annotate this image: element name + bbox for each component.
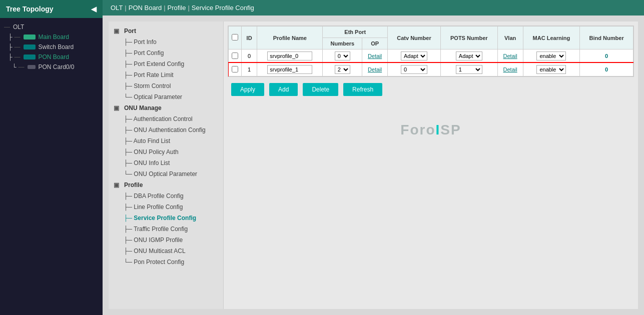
row1-catv-select[interactable]: Adapt012 <box>401 65 427 74</box>
watermark-pipe: I <box>436 122 441 138</box>
pon-card-icon <box>28 65 36 69</box>
col-header-mac-learning: MAC Learning <box>523 26 580 50</box>
main-board-label: Main Board <box>39 34 69 40</box>
nav-service-profile-config[interactable]: ├─ Service Profile Config <box>109 212 223 224</box>
section-onu-expand: ▣ <box>114 104 119 112</box>
row1-select-cell <box>229 63 242 76</box>
section-profile[interactable]: ▣ Profile <box>109 180 223 190</box>
row1-eth-op-cell: Detail <box>362 63 388 76</box>
nav-onu-multicast-acl[interactable]: ├─ ONU Multicast ACL <box>109 246 223 256</box>
apply-button[interactable]: Apply <box>231 83 264 96</box>
nav-traffic-prefix: ├─ <box>124 226 134 232</box>
row0-profile-name-input[interactable] <box>267 52 312 60</box>
nav-port-config[interactable]: ├─ Port Config <box>109 48 223 58</box>
pon-board-label: PON Board <box>39 54 69 60</box>
row0-eth-numbers-select[interactable]: 01234 <box>335 52 350 60</box>
sidebar-item-switch-board[interactable]: ├ — Switch Board <box>0 42 103 52</box>
nav-storm-prefix: ├─ <box>124 82 134 90</box>
section-port-label: Port <box>124 28 136 34</box>
row0-eth-detail-btn[interactable]: Detail <box>368 53 382 59</box>
service-profile-table: ID Profile Name Eth Port Catv Number POT… <box>228 26 633 76</box>
row0-checkbox[interactable] <box>232 52 238 59</box>
nav-pon-protect-config[interactable]: └─ Pon Protect Config <box>109 256 223 268</box>
breadcrumb-pon-board: PON Board <box>129 4 162 12</box>
nav-dba-profile-config[interactable]: ├─ DBA Profile Config <box>109 190 223 202</box>
row0-catv-select[interactable]: Adapt012 <box>401 52 427 60</box>
row0-mac-cell: enabledisable <box>523 50 580 63</box>
nav-auto-find-list[interactable]: ├─ Auto Find List <box>109 136 223 146</box>
row1-mac-cell: enabledisable <box>523 63 580 76</box>
table-row: 0 01234 Detail <box>229 50 633 63</box>
row1-vlan-detail-btn[interactable]: Detail <box>503 66 517 72</box>
nav-onu-optical-param[interactable]: └─ ONU Optical Parameter <box>109 168 223 180</box>
nav-port-config-prefix: ├─ <box>124 50 134 56</box>
sidebar-item-main-board[interactable]: ├ — Main Board <box>0 32 103 42</box>
nav-pon-protect-prefix: └─ <box>124 258 134 266</box>
row1-eth-numbers-cell: 01234 <box>323 63 362 76</box>
tree-dot: — <box>19 64 25 70</box>
nav-onu-policy-prefix: ├─ <box>124 148 134 156</box>
tree-dot: — <box>15 54 21 60</box>
row1-id: 1 <box>242 63 257 76</box>
watermark: ForoISP <box>228 102 634 148</box>
nav-line-profile-config[interactable]: ├─ Line Profile Config <box>109 202 223 212</box>
section-onu-label: ONU Manage <box>124 104 162 112</box>
watermark-foro: Foro <box>400 122 435 138</box>
row0-pots-select[interactable]: Adapt012 <box>456 52 482 60</box>
left-nav-panel: ▣ Port ├─ Port Info ├─ Port Config ├─ Po… <box>109 22 224 309</box>
row1-checkbox[interactable] <box>232 66 238 72</box>
nav-port-rate-limit[interactable]: ├─ Port Rate Limit <box>109 70 223 80</box>
nav-onu-policy-auth[interactable]: ├─ ONU Policy Auth <box>109 146 223 158</box>
col-header-select <box>229 26 242 50</box>
sidebar-item-pon-card[interactable]: └ — PON Card0/0 <box>0 62 103 72</box>
breadcrumb: OLT | PON Board | Profile | Service Prof… <box>103 0 644 16</box>
switch-board-device-icon <box>24 44 36 50</box>
indent: ├ <box>8 44 13 50</box>
sidebar-header[interactable]: Tree Topology ◀ <box>0 0 103 18</box>
row1-profile-name-input[interactable] <box>267 65 312 74</box>
col-header-eth-numbers: Numbers <box>323 38 362 50</box>
nav-optical-parameter[interactable]: └─ Optical Parameter <box>109 92 223 102</box>
row0-vlan-detail-btn[interactable]: Detail <box>503 53 517 59</box>
row0-mac-select[interactable]: enabledisable <box>536 52 566 60</box>
nav-onu-info-list[interactable]: ├─ ONU Info List <box>109 158 223 168</box>
row0-pots-cell: Adapt012 <box>440 50 497 63</box>
nav-traffic-profile-config[interactable]: ├─ Traffic Profile Config <box>109 224 223 234</box>
row1-eth-detail-btn[interactable]: Detail <box>368 66 382 72</box>
nav-port-extend-config[interactable]: ├─ Port Extend Config <box>109 58 223 70</box>
sidebar-item-olt[interactable]: — OLT <box>0 22 103 32</box>
indent: ├ <box>8 34 13 40</box>
select-all-checkbox[interactable] <box>232 34 238 40</box>
delete-button[interactable]: Delete <box>303 83 338 96</box>
sidebar: Tree Topology ◀ — OLT ├ — Main Board ├ —… <box>0 0 103 315</box>
row0-vlan-cell: Detail <box>497 50 523 63</box>
panel-container: ▣ Port ├─ Port Info ├─ Port Config ├─ Po… <box>109 22 638 309</box>
row1-pots-select[interactable]: Adapt012 <box>456 65 482 74</box>
sidebar-tree: — OLT ├ — Main Board ├ — Switch Board ├ … <box>0 18 103 315</box>
row0-eth-numbers-cell: 01234 <box>323 50 362 63</box>
nav-line-prefix: ├─ <box>124 204 134 210</box>
row1-mac-select[interactable]: enabledisable <box>536 65 566 74</box>
row0-eth-op-cell: Detail <box>362 50 388 63</box>
section-onu-manage[interactable]: ▣ ONU Manage <box>109 102 223 114</box>
nav-onu-info-prefix: ├─ <box>124 160 134 166</box>
nav-onu-igmp-profile[interactable]: ├─ ONU IGMP Profile <box>109 234 223 246</box>
nav-auth-control[interactable]: ├─ Authentication Control <box>109 114 223 124</box>
nav-port-info[interactable]: ├─ Port Info <box>109 36 223 48</box>
nav-onu-igmp-prefix: ├─ <box>124 236 134 244</box>
nav-onu-auth-config[interactable]: ├─ ONU Authentication Config <box>109 124 223 136</box>
add-button[interactable]: Add <box>269 83 298 96</box>
row0-bind-number: 0 <box>580 50 633 63</box>
refresh-button[interactable]: Refresh <box>343 83 382 96</box>
nav-storm-control[interactable]: ├─ Storm Control <box>109 80 223 92</box>
col-header-profile-name: Profile Name <box>257 26 323 50</box>
row1-bind-number: 0 <box>580 63 633 76</box>
section-port[interactable]: ▣ Port <box>109 26 223 36</box>
sidebar-item-pon-board[interactable]: ├ — PON Board <box>0 52 103 62</box>
sep1: | <box>125 4 126 12</box>
section-profile-label: Profile <box>124 182 143 188</box>
table-row: 1 01234 Detail <box>229 63 633 76</box>
nav-dba-prefix: ├─ <box>124 192 134 200</box>
nav-service-prefix: ├─ <box>124 214 134 222</box>
row1-eth-numbers-select[interactable]: 01234 <box>335 65 350 74</box>
